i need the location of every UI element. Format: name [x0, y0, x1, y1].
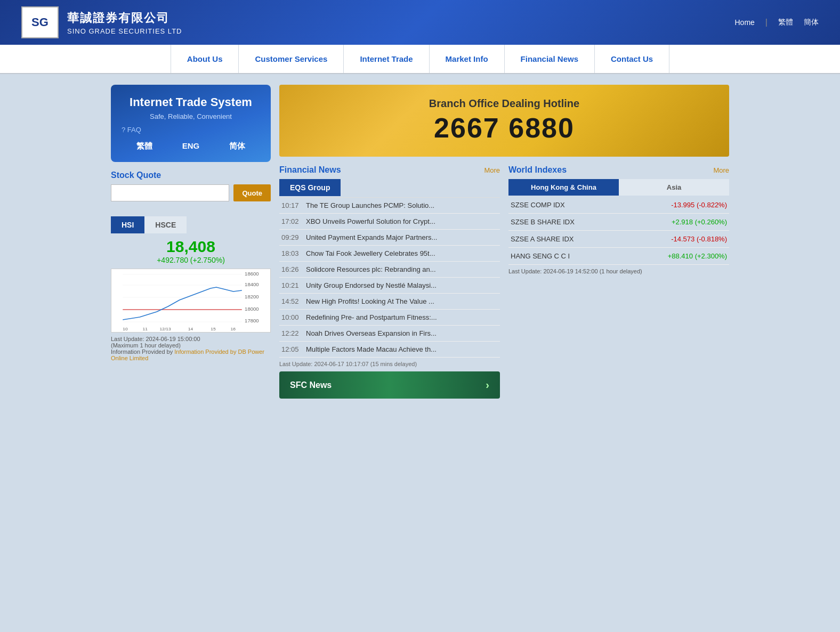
- last-update-hsi: Last Update: 2024-06-19 15:00:00: [111, 336, 271, 342]
- news-text: Multiple Factors Made Macau Achieve th..…: [306, 345, 437, 353]
- index-name: SZSE B SHARE IDX: [508, 214, 623, 231]
- news-time: 12:05: [281, 345, 301, 353]
- news-time: 14:52: [281, 297, 301, 305]
- news-indexes-row: Financial News More EQS Group 10:17The T…: [279, 165, 729, 399]
- index-value: +88.410 (+2.300%): [623, 248, 729, 265]
- news-text: Redefining Pre- and Postpartum Fitness:.…: [306, 313, 437, 321]
- chart-info: Last Update: 2024-06-19 15:00:00 (Maximu…: [111, 336, 271, 361]
- company-english: SINO GRADE SECURITIES LTD: [67, 27, 182, 35]
- sfc-btn-label: SFC News: [290, 380, 332, 390]
- svg-text:10: 10: [123, 327, 128, 331]
- index-region-tabs: Hong Kong & China Asia: [508, 179, 729, 196]
- svg-text:18400: 18400: [245, 282, 259, 287]
- news-item[interactable]: 10:00Redefining Pre- and Postpartum Fitn…: [279, 310, 500, 326]
- header-nav: Home | 繁體 簡体: [734, 18, 819, 27]
- simplified-link[interactable]: 簡体: [804, 18, 819, 27]
- home-link[interactable]: Home: [734, 18, 754, 27]
- nav-financial-news[interactable]: Financial News: [505, 45, 595, 73]
- stock-quote-section: Stock Quote Quote: [111, 171, 271, 201]
- its-subtitle: Safe, Reliable, Convenient: [122, 112, 260, 120]
- sfc-arrow-icon: ›: [486, 379, 489, 391]
- faq-link[interactable]: ? FAQ: [122, 126, 260, 134]
- world-indexes-more[interactable]: More: [713, 166, 729, 174]
- world-indexes-header: World Indexes More: [508, 165, 729, 175]
- quote-button[interactable]: Quote: [233, 184, 271, 201]
- hotline-number: 2667 6880: [301, 112, 708, 144]
- index-tabs: HSI HSCE: [111, 216, 271, 233]
- news-item[interactable]: 09:29United Payment Expands Major Partne…: [279, 230, 500, 246]
- nav-bar: About Us Customer Services Internet Trad…: [0, 45, 840, 74]
- nav-customer-services[interactable]: Customer Services: [239, 45, 344, 73]
- lang-simplified[interactable]: 简体: [229, 141, 245, 151]
- main-content: Internet Trade System Safe, Reliable, Co…: [100, 85, 740, 399]
- asia-tab[interactable]: Asia: [619, 179, 729, 196]
- index-name: HANG SENG C C I: [508, 248, 623, 265]
- header: SG 華誠證券有限公司 SINO GRADE SECURITIES LTD Ho…: [0, 0, 840, 45]
- news-item[interactable]: 16:26Solidcore Resources plc: Rebranding…: [279, 262, 500, 278]
- hsi-value: 18,408: [111, 238, 271, 256]
- news-item[interactable]: 12:22Noah Drives Overseas Expansion in F…: [279, 326, 500, 342]
- news-item[interactable]: 10:21Unity Group Endorsed by Nestlé Mala…: [279, 278, 500, 294]
- stock-quote-title: Stock Quote: [111, 171, 271, 180]
- logo-text: SG: [31, 15, 49, 29]
- stock-input[interactable]: [111, 184, 229, 201]
- index-value: +2.918 (+0.260%): [623, 214, 729, 231]
- hk-china-tab[interactable]: Hong Kong & China: [508, 179, 619, 196]
- index-row: HANG SENG C C I+88.410 (+2.300%): [508, 248, 729, 265]
- traditional-link[interactable]: 繁體: [778, 18, 793, 27]
- hsi-section: HSI HSCE 18,408 +492.780 (+2.750%) 18600…: [111, 210, 271, 361]
- world-indexes-title: World Indexes: [508, 165, 567, 175]
- news-text: The TE Group Launches PCMP: Solutio...: [306, 201, 434, 209]
- nav-market-info[interactable]: Market Info: [430, 45, 505, 73]
- news-text: New High Profits! Looking At The Value .…: [306, 297, 434, 305]
- news-text: United Payment Expands Major Partners...: [306, 233, 437, 241]
- svg-text:18000: 18000: [245, 306, 259, 312]
- index-name: SZSE COMP IDX: [508, 197, 623, 214]
- news-item[interactable]: 17:02XBO Unveils Powerful Solution for C…: [279, 214, 500, 230]
- its-lang-links: 繁體 ENG 简体: [122, 141, 260, 151]
- news-time: 16:26: [281, 265, 301, 273]
- news-footer: Last Update: 2024-06-17 10:17:07 (15 min…: [279, 361, 500, 367]
- index-last-update: Last Update: 2024-06-19 14:52:00 (1 hour…: [508, 268, 729, 274]
- nav-about-us[interactable]: About Us: [171, 45, 239, 73]
- lang-traditional[interactable]: 繁體: [136, 141, 152, 151]
- financial-news-more[interactable]: More: [484, 166, 500, 174]
- news-item[interactable]: 14:52New High Profits! Looking At The Va…: [279, 294, 500, 310]
- its-title: Internet Trade System: [122, 95, 260, 109]
- stock-quote-row: Quote: [111, 184, 271, 201]
- hsi-chart: 18600 18400 18200 18000 17800: [111, 269, 271, 333]
- sfc-news-button[interactable]: SFC News ›: [279, 371, 500, 399]
- index-row: SZSE COMP IDX-13.995 (-0.822%): [508, 197, 729, 214]
- hsi-tab[interactable]: HSI: [111, 216, 144, 233]
- lang-eng[interactable]: ENG: [182, 141, 200, 151]
- hsi-note: (Maximum 1 hour delayed): [111, 342, 271, 349]
- svg-text:18200: 18200: [245, 294, 259, 299]
- news-time: 09:29: [281, 233, 301, 241]
- index-value: -13.995 (-0.822%): [623, 197, 729, 214]
- news-item[interactable]: 18:03Chow Tai Fook Jewellery Celebrates …: [279, 246, 500, 262]
- news-text: Noah Drives Overseas Expansion in Firs..…: [306, 329, 437, 337]
- world-indexes-panel: World Indexes More Hong Kong & China Asi…: [508, 165, 729, 399]
- company-name: 華誠證券有限公司 SINO GRADE SECURITIES LTD: [67, 10, 182, 35]
- news-item[interactable]: 10:17The TE Group Launches PCMP: Solutio…: [279, 198, 500, 214]
- news-list: 10:17The TE Group Launches PCMP: Solutio…: [279, 197, 500, 358]
- news-time: 10:00: [281, 313, 301, 321]
- news-source-tab[interactable]: EQS Group: [279, 179, 341, 196]
- nav-internet-trade[interactable]: Internet Trade: [344, 45, 429, 73]
- hotline-label: Branch Office Dealing Hotline: [301, 98, 708, 110]
- right-panel: Branch Office Dealing Hotline 2667 6880 …: [279, 85, 729, 399]
- hsce-tab[interactable]: HSCE: [144, 216, 187, 233]
- svg-text:17800: 17800: [245, 318, 259, 323]
- index-row: SZSE B SHARE IDX+2.918 (+0.260%): [508, 214, 729, 231]
- hsi-change: +492.780 (+2.750%): [111, 256, 271, 264]
- news-item[interactable]: 12:05Multiple Factors Made Macau Achieve…: [279, 342, 500, 358]
- nav-contact-us[interactable]: Contact Us: [595, 45, 669, 73]
- logo-area: SG 華誠證券有限公司 SINO GRADE SECURITIES LTD: [21, 6, 182, 38]
- financial-news-title: Financial News: [279, 165, 341, 175]
- index-row: SZSE A SHARE IDX-14.573 (-0.818%): [508, 231, 729, 248]
- db-link[interactable]: Information Provided by DB Power Online …: [111, 349, 264, 361]
- provider-link: Information Provided by Information Prov…: [111, 349, 271, 361]
- news-text: Chow Tai Fook Jewellery Celebrates 95t..…: [306, 249, 435, 257]
- news-time: 17:02: [281, 217, 301, 225]
- index-name: SZSE A SHARE IDX: [508, 231, 623, 248]
